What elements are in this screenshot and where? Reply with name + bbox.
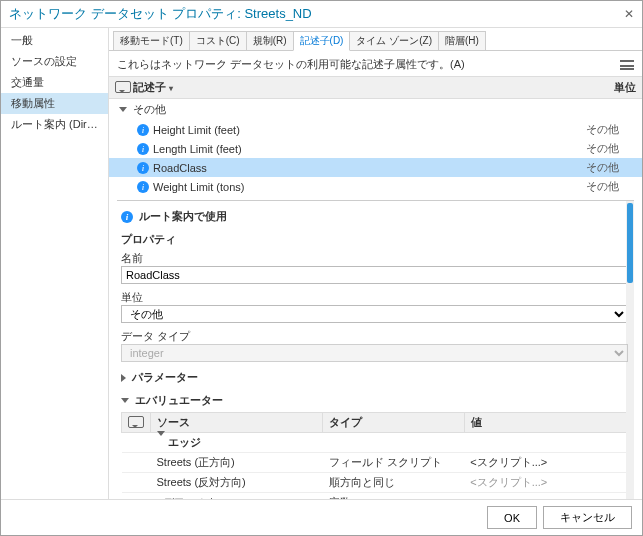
description-text: これらはネットワーク データセットの利用可能な記述子属性です。(A) <box>117 57 465 72</box>
comment-icon <box>128 416 144 428</box>
col-unit[interactable]: 単位 <box>586 80 636 95</box>
datatype-select: integer <box>121 344 628 362</box>
tab-bar: 移動モード(T) コスト(C) 規制(R) 記述子(D) タイム ゾーン(Z) … <box>109 28 642 51</box>
attr-row-roadclass[interactable]: i RoadClass その他 <box>109 158 642 177</box>
attr-row-length-limit[interactable]: i Length Limit (feet) その他 <box>109 139 642 158</box>
tab-travel-mode[interactable]: 移動モード(T) <box>113 31 190 51</box>
attribute-grid-header: 記述子 ▾ 単位 <box>109 76 642 99</box>
info-icon: i <box>137 143 149 155</box>
label-name: 名前 <box>117 249 634 266</box>
cancel-button[interactable]: キャンセル <box>543 506 632 529</box>
sidebar: 一般 ソースの設定 交通量 移動属性 ルート案内 (Directions) <box>1 28 109 499</box>
attr-row-height-limit[interactable]: i Height Limit (feet) その他 <box>109 120 642 139</box>
evaluator-table: ソース タイプ 値 エッジ Streets (正方向)フィールド スクリプト<ス… <box>121 412 628 499</box>
col-descriptor[interactable]: 記述子 ▾ <box>133 80 586 95</box>
sidebar-item-general[interactable]: 一般 <box>1 30 108 51</box>
unit-select[interactable]: その他 <box>121 305 628 323</box>
table-row[interactable]: Streets (反対方向)順方向と同じ<スクリプト...> <box>122 473 628 493</box>
info-icon: i <box>137 162 149 174</box>
label-datatype: データ タイプ <box>117 327 634 344</box>
chevron-right-icon <box>121 374 126 382</box>
usage-text: ルート案内で使用 <box>139 209 227 224</box>
info-icon: i <box>137 181 149 193</box>
table-row[interactable]: <デフォルト>定数0 <box>122 493 628 500</box>
col-value[interactable]: 値 <box>464 413 627 433</box>
col-source[interactable]: ソース <box>151 413 323 433</box>
section-parameters[interactable]: パラメーター <box>117 366 634 389</box>
sidebar-item-traffic[interactable]: 交通量 <box>1 72 108 93</box>
menu-icon[interactable] <box>620 60 634 70</box>
dialog-title: ネットワーク データセット プロパティ: Streets_ND <box>9 5 312 23</box>
group-other[interactable]: その他 <box>109 99 642 120</box>
info-icon: i <box>121 211 133 223</box>
attr-row-weight-limit[interactable]: i Weight Limit (tons) その他 <box>109 177 642 196</box>
chevron-down-icon <box>121 398 129 403</box>
table-row[interactable]: Streets (正方向)フィールド スクリプト<スクリプト...> <box>122 453 628 473</box>
section-properties: プロパティ <box>117 230 634 249</box>
name-field[interactable] <box>121 266 628 284</box>
label-unit: 単位 <box>117 288 634 305</box>
chevron-down-icon <box>119 107 127 112</box>
sidebar-item-directions[interactable]: ルート案内 (Directions) <box>1 114 108 135</box>
ok-button[interactable]: OK <box>487 506 537 529</box>
tab-cost[interactable]: コスト(C) <box>189 31 247 51</box>
scrollbar-thumb[interactable] <box>627 203 633 283</box>
comment-icon <box>115 81 131 93</box>
tab-restriction[interactable]: 規制(R) <box>246 31 294 51</box>
chevron-down-icon <box>157 431 165 448</box>
close-icon[interactable]: ✕ <box>624 7 634 21</box>
section-evaluators[interactable]: エバリュエーター <box>117 389 634 412</box>
sidebar-item-source[interactable]: ソースの設定 <box>1 51 108 72</box>
info-icon: i <box>137 124 149 136</box>
sidebar-item-travel-attrs[interactable]: 移動属性 <box>1 93 108 114</box>
group-edge[interactable]: エッジ <box>122 433 628 453</box>
tab-descriptor[interactable]: 記述子(D) <box>293 31 351 51</box>
col-type[interactable]: タイプ <box>323 413 465 433</box>
tab-timezone[interactable]: タイム ゾーン(Z) <box>349 31 439 51</box>
tab-hierarchy[interactable]: 階層(H) <box>438 31 486 51</box>
